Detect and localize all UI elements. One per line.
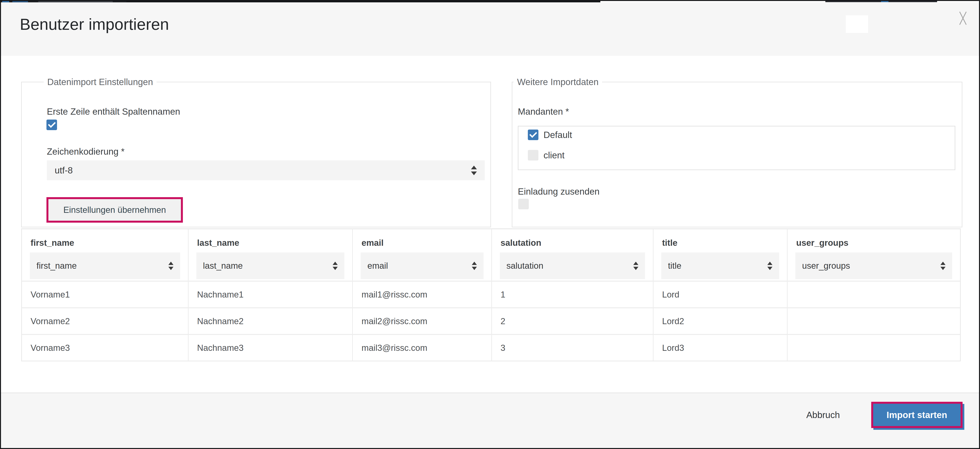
invitation-checkbox[interactable] [518, 199, 529, 209]
arrow-down-icon [633, 267, 638, 270]
additional-data-legend: Weitere Importdaten [514, 76, 602, 88]
table-cell [788, 308, 960, 334]
column-mapping-value: salutation [506, 261, 543, 271]
column-mapping-select-salutation[interactable]: salutation [500, 252, 645, 279]
arrow-up-icon [767, 262, 772, 265]
table-row: Vorname2 Nachname2 mail2@rissc.com 2 Lor… [22, 307, 960, 334]
cell-value: Lord [654, 282, 787, 307]
start-import-button[interactable]: Import starten [873, 404, 961, 426]
column-mapping-select-first-name[interactable]: first_name [30, 252, 180, 279]
column-mapping-select-title[interactable]: title [661, 252, 779, 279]
apply-settings-button[interactable]: Einstellungen übernehmen [48, 199, 181, 221]
column-header-label: first_name [30, 238, 74, 248]
import-settings-fieldset: Datenimport Einstellungen Erste Zeile en… [21, 82, 491, 227]
first-row-checkbox[interactable] [46, 119, 57, 130]
app-bar-accent [126, 1, 600, 2]
arrow-up-icon [633, 262, 638, 265]
table-row: Vorname1 Nachname1 mail1@rissc.com 1 Lor… [22, 281, 960, 307]
tenant-row-client[interactable]: client [528, 150, 565, 161]
arrow-up-icon [940, 262, 945, 265]
column-header-last-name: last_name last_name [189, 229, 353, 281]
column-header-label: salutation [501, 238, 541, 248]
cell-value: Vorname1 [22, 282, 188, 307]
apply-settings-annotation: Einstellungen übernehmen [46, 197, 183, 223]
tenant-default-checkbox[interactable] [528, 129, 538, 140]
submit-annotation: Import starten [871, 402, 963, 428]
cell-value: mail1@rissc.com [353, 282, 491, 307]
tenants-label: Mandanten * [518, 106, 569, 117]
column-mapping-value: first_name [37, 261, 76, 271]
import-users-dialog: Benutzer importieren Datenimport Einstel… [0, 0, 980, 449]
close-icon[interactable] [957, 11, 969, 26]
encoding-label: Zeichenkodierung * [47, 146, 124, 157]
tenant-default-label: Default [544, 129, 572, 140]
table-cell: mail2@rissc.com [353, 308, 492, 334]
app-bar-accent [881, 1, 888, 2]
dialog-footer: Abbruch Import starten [1, 393, 979, 448]
select-spinner-icon [940, 262, 945, 270]
header-placeholder-box [846, 15, 868, 33]
tenants-list: Default client [518, 126, 955, 170]
cell-value: Vorname2 [22, 308, 188, 334]
arrow-down-icon [471, 172, 477, 175]
tenant-client-checkbox[interactable] [528, 150, 538, 161]
table-cell: Lord2 [654, 308, 788, 334]
cell-value: Lord3 [654, 335, 787, 361]
select-spinner-icon [472, 262, 477, 270]
table-cell: Nachname1 [189, 282, 353, 307]
app-bar-fragment-right [826, 1, 937, 2]
cell-value: 2 [492, 308, 653, 334]
column-header-email: email email [353, 229, 492, 281]
arrow-up-icon [169, 262, 173, 265]
cancel-button[interactable]: Abbruch [804, 406, 842, 424]
dialog-title: Benutzer importieren [20, 15, 169, 34]
column-header-label: title [662, 238, 678, 248]
invitation-label: Einladung zusenden [518, 186, 600, 197]
cell-value: mail3@rissc.com [353, 335, 491, 361]
column-header-title: title title [654, 229, 788, 281]
table-row: Vorname3 Nachname3 mail3@rissc.com 3 Lor… [22, 334, 960, 361]
column-mapping-select-user-groups[interactable]: user_groups [795, 252, 952, 279]
tenant-row-default[interactable]: Default [528, 129, 572, 140]
column-mapping-select-email[interactable]: email [361, 252, 483, 279]
cell-value: Nachname2 [189, 308, 352, 334]
table-cell: mail3@rissc.com [353, 335, 492, 361]
column-header-label: last_name [197, 238, 239, 248]
cell-value: Nachname3 [189, 335, 352, 361]
table-cell: 3 [492, 335, 654, 361]
table-cell: Vorname1 [22, 282, 189, 307]
arrow-up-icon [472, 262, 477, 265]
encoding-selected-value: utf-8 [55, 165, 73, 175]
table-cell: Vorname3 [22, 335, 189, 361]
import-settings-legend: Datenimport Einstellungen [44, 76, 157, 88]
select-spinner-icon [169, 262, 173, 270]
arrow-down-icon [472, 267, 477, 270]
table-cell: Lord [654, 282, 788, 307]
column-mapping-value: user_groups [802, 261, 850, 271]
table-cell: Vorname2 [22, 308, 189, 334]
cell-value: mail2@rissc.com [353, 308, 491, 334]
table-header-row: first_name first_name last_name last_nam… [22, 229, 960, 281]
table-cell: Nachname3 [189, 335, 353, 361]
cell-value [788, 282, 960, 307]
column-mapping-select-last-name[interactable]: last_name [196, 252, 345, 279]
table-cell [788, 335, 960, 361]
table-cell [788, 282, 960, 307]
column-header-label: email [361, 238, 383, 248]
column-header-user-groups: user_groups user_groups [788, 229, 960, 281]
arrow-down-icon [767, 267, 772, 270]
tenant-client-label: client [544, 150, 565, 161]
select-spinner-icon [332, 262, 338, 270]
select-spinner-icon [633, 262, 638, 270]
cell-value: 1 [492, 282, 653, 307]
arrow-down-icon [332, 267, 338, 270]
encoding-select[interactable]: utf-8 [47, 160, 485, 180]
table-cell: Lord3 [654, 335, 788, 361]
cell-value: 3 [492, 335, 653, 361]
column-mapping-value: title [668, 261, 681, 271]
dialog-header: Benutzer importieren [1, 2, 979, 56]
additional-data-fieldset: Weitere Importdaten Mandanten * Default … [512, 82, 963, 227]
cell-value [788, 335, 960, 361]
first-row-label: Erste Zeile enthält Spaltennamen [47, 106, 180, 117]
arrow-up-icon [471, 166, 477, 169]
